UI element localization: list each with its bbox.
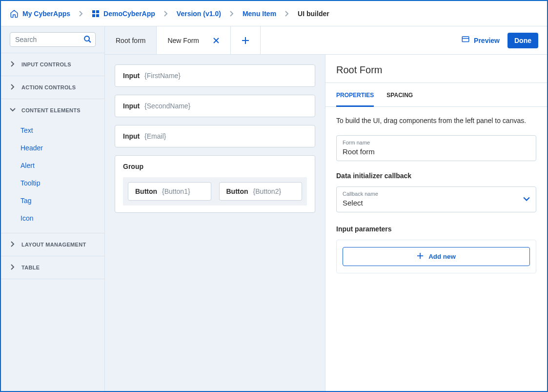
chevron-down-icon bbox=[10, 107, 16, 114]
component-type: Input bbox=[123, 132, 140, 140]
sidebar-item-tooltip[interactable]: Tooltip bbox=[1, 174, 104, 192]
group-title: Group bbox=[123, 163, 307, 170]
properties-hint: To build the UI, drag components from th… bbox=[336, 117, 536, 124]
crumb-label: Version (v1.0) bbox=[177, 10, 221, 18]
component-type: Button bbox=[135, 187, 157, 195]
chevron-right-icon bbox=[223, 11, 241, 17]
close-icon[interactable] bbox=[213, 37, 220, 44]
add-new-label: Add new bbox=[428, 253, 456, 260]
crumb-label: UI builder bbox=[298, 10, 329, 18]
sidebar-item-alert[interactable]: Alert bbox=[1, 157, 104, 174]
properties-tabs: Properties Spacing bbox=[325, 83, 547, 107]
group-inner: Button {Button1} Button {Button2} bbox=[123, 177, 307, 206]
chevron-right-icon bbox=[10, 264, 16, 271]
tab-label: Root form bbox=[116, 37, 145, 44]
svg-point-4 bbox=[84, 36, 89, 41]
canvas-group[interactable]: Group Button {Button1} Button {Button2} bbox=[115, 155, 315, 213]
component-type: Button bbox=[226, 187, 248, 195]
canvas-input-secondname[interactable]: Input {SecondName} bbox=[115, 95, 315, 117]
sidebar-section-input-controls[interactable]: Input controls bbox=[1, 53, 104, 76]
canvas-button-2[interactable]: Button {Button2} bbox=[219, 182, 303, 201]
plus-icon bbox=[242, 37, 249, 44]
sidebar-section-action-controls[interactable]: Action controls bbox=[1, 76, 104, 99]
chevron-right-icon bbox=[278, 11, 296, 17]
form-name-field[interactable]: Form name Root form bbox=[336, 135, 536, 161]
chevron-right-icon bbox=[10, 84, 16, 91]
component-binding: {Button2} bbox=[250, 187, 281, 195]
tab-label: New Form bbox=[167, 37, 199, 44]
preview-label: Preview bbox=[474, 37, 500, 44]
chevron-right-icon bbox=[72, 11, 90, 17]
tabs-row: Root form New Form bbox=[105, 26, 547, 55]
plus-icon bbox=[417, 252, 424, 261]
canvas-column: Root form New Form bbox=[105, 26, 547, 391]
breadcrumb: My CyberApps DemoCyberApp Version (v1.0)… bbox=[1, 1, 547, 26]
breadcrumb-app[interactable]: DemoCyberApp bbox=[92, 10, 155, 18]
callback-value: Select bbox=[343, 199, 378, 207]
breadcrumb-menu-item[interactable]: Menu Item bbox=[243, 10, 276, 18]
home-icon bbox=[10, 9, 19, 18]
breadcrumb-home[interactable]: My CyberApps bbox=[10, 9, 70, 18]
sidebar-section-layout-management[interactable]: Layout management bbox=[1, 233, 104, 256]
input-parameters-label: Input parameters bbox=[336, 225, 536, 233]
form-name-label: Form name bbox=[343, 140, 530, 145]
chevron-right-icon bbox=[10, 61, 16, 68]
sidebar-section-label: Layout management bbox=[21, 242, 86, 248]
canvas-input-firstname[interactable]: Input {FirstName} bbox=[115, 64, 315, 87]
crumb-label: My CyberApps bbox=[22, 10, 70, 18]
tab-new-form[interactable]: New Form bbox=[157, 26, 231, 54]
sidebar-section-label: Input controls bbox=[21, 62, 71, 67]
svg-rect-0 bbox=[92, 10, 95, 13]
canvas-button-1[interactable]: Button {Button1} bbox=[128, 182, 211, 201]
svg-rect-1 bbox=[96, 10, 99, 13]
sidebar-section-content-elements[interactable]: Content elements bbox=[1, 99, 104, 122]
svg-rect-2 bbox=[92, 14, 95, 17]
sidebar-section-label: Table bbox=[21, 265, 40, 270]
tab-properties[interactable]: Properties bbox=[336, 92, 374, 107]
properties-title: Root Form bbox=[325, 55, 547, 83]
add-new-button[interactable]: Add new bbox=[343, 247, 530, 266]
preview-icon bbox=[461, 35, 470, 45]
breadcrumb-current: UI builder bbox=[298, 10, 329, 18]
sidebar-section-table[interactable]: Table bbox=[1, 256, 104, 279]
tab-add[interactable] bbox=[231, 26, 261, 54]
sidebar: Input controls Action controls Content e… bbox=[1, 26, 105, 391]
sidebar-item-tag[interactable]: Tag bbox=[1, 192, 104, 209]
sidebar-section-label: Content elements bbox=[21, 107, 81, 113]
search-input[interactable] bbox=[10, 32, 96, 47]
done-button[interactable]: Done bbox=[507, 33, 538, 48]
chevron-right-icon bbox=[157, 11, 175, 17]
callback-select[interactable]: Callback name Select bbox=[336, 186, 536, 212]
canvas[interactable]: Input {FirstName} Input {SecondName} Inp… bbox=[105, 55, 325, 391]
component-binding: {SecondName} bbox=[142, 102, 190, 110]
tab-spacing[interactable]: Spacing bbox=[386, 92, 413, 106]
search-icon[interactable] bbox=[83, 35, 92, 45]
component-type: Input bbox=[123, 72, 140, 80]
chevron-down-icon bbox=[523, 195, 530, 203]
sidebar-item-icon[interactable]: Icon bbox=[1, 209, 104, 227]
app-grid-icon bbox=[92, 10, 100, 18]
component-binding: {FirstName} bbox=[142, 72, 181, 80]
sidebar-item-text[interactable]: Text bbox=[1, 122, 104, 139]
callback-label: Callback name bbox=[343, 191, 378, 197]
breadcrumb-version[interactable]: Version (v1.0) bbox=[177, 10, 221, 18]
form-name-value: Root form bbox=[343, 147, 530, 156]
properties-panel: Root Form Properties Spacing To build th… bbox=[325, 55, 547, 391]
canvas-input-email[interactable]: Input {Email} bbox=[115, 125, 315, 147]
svg-rect-5 bbox=[462, 37, 469, 42]
sidebar-section-label: Action controls bbox=[21, 84, 76, 90]
search-field bbox=[10, 32, 96, 47]
preview-button[interactable]: Preview bbox=[461, 35, 500, 45]
svg-rect-3 bbox=[96, 14, 99, 17]
component-binding: {Button1} bbox=[159, 187, 190, 195]
sidebar-item-header[interactable]: Header bbox=[1, 139, 104, 157]
component-binding: {Email} bbox=[142, 132, 166, 140]
callback-section-label: Data initializer callback bbox=[336, 172, 536, 180]
crumb-label: DemoCyberApp bbox=[103, 10, 155, 18]
crumb-label: Menu Item bbox=[243, 10, 276, 18]
tab-root-form[interactable]: Root form bbox=[105, 26, 157, 54]
chevron-right-icon bbox=[10, 241, 16, 248]
component-type: Input bbox=[123, 102, 140, 110]
